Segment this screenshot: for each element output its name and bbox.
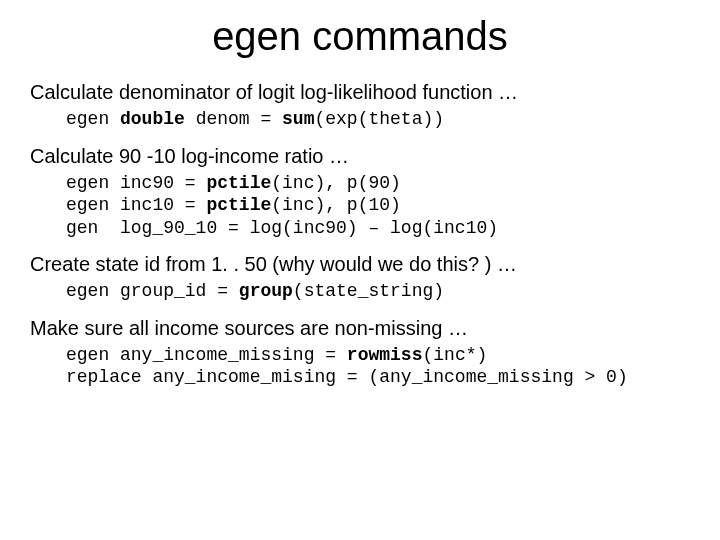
section-3: Create state id from 1. . 50 (why would … xyxy=(30,253,690,303)
slide: egen commands Calculate denominator of l… xyxy=(0,0,720,540)
slide-title: egen commands xyxy=(30,14,690,59)
section-2: Calculate 90 -10 log-income ratio … egen… xyxy=(30,145,690,240)
section-desc: Calculate denominator of logit log-likel… xyxy=(30,81,690,104)
section-desc: Create state id from 1. . 50 (why would … xyxy=(30,253,690,276)
section-code: egen inc90 = pctile(inc), p(90) egen inc… xyxy=(66,172,690,240)
section-desc: Make sure all income sources are non-mis… xyxy=(30,317,690,340)
section-code: egen double denom = sum(exp(theta)) xyxy=(66,108,690,131)
section-4: Make sure all income sources are non-mis… xyxy=(30,317,690,389)
section-code: egen group_id = group(state_string) xyxy=(66,280,690,303)
section-1: Calculate denominator of logit log-likel… xyxy=(30,81,690,131)
section-code: egen any_income_missing = rowmiss(inc*) … xyxy=(66,344,690,389)
section-desc: Calculate 90 -10 log-income ratio … xyxy=(30,145,690,168)
